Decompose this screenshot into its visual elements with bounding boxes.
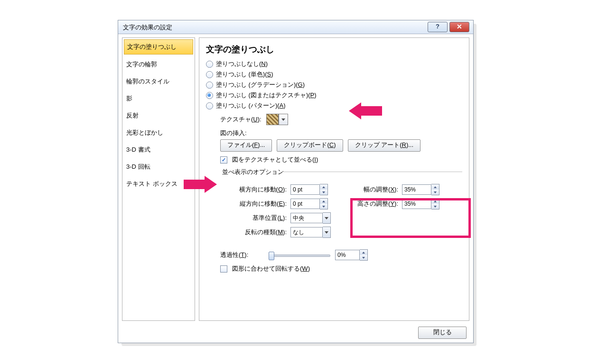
texture-label: テクスチャ(U): (220, 115, 262, 124)
close-dialog-button[interactable]: 閉じる (418, 327, 467, 339)
alignment-label: 基準位置(L): (220, 214, 290, 222)
sidebar-item-fill[interactable]: 文字の塗りつぶし (124, 39, 193, 55)
rotate-with-shape-label: 図形に合わせて回転する(W) (232, 264, 310, 273)
sidebar-item-shadow[interactable]: 影 (122, 90, 195, 107)
tile-as-texture-label: 図をテクスチャとして並べる(I) (232, 155, 318, 164)
sidebar-item-outline-style[interactable]: 輪郭のスタイル (122, 73, 195, 90)
texture-swatch (266, 114, 279, 125)
help-button[interactable]: ? (428, 22, 448, 32)
transparency-spinner[interactable] (360, 249, 368, 261)
alignment-dropdown[interactable] (323, 212, 331, 224)
sidebar-item-glow[interactable]: 光彩とぼかし (122, 124, 195, 141)
dialog-footer: 閉じる (118, 324, 473, 343)
transparency-slider[interactable] (269, 250, 330, 260)
mirror-type-select[interactable] (290, 227, 323, 237)
radio-solid-fill-label: 塗りつぶし (単色)(S) (216, 70, 273, 79)
content-panel: 文字の塗りつぶし 塗りつぶしなし(N) 塗りつぶし (単色)(S) 塗りつぶし … (199, 37, 469, 321)
offset-y-input[interactable] (290, 199, 320, 209)
insert-from-clipboard-button[interactable]: クリップボード(C) (277, 139, 343, 152)
alignment-select[interactable] (290, 213, 323, 223)
radio-gradient-fill[interactable] (206, 82, 213, 89)
scale-y-spinner[interactable] (431, 198, 439, 209)
scale-y-input[interactable] (402, 199, 431, 209)
sidebar-item-reflection[interactable]: 反射 (122, 107, 195, 124)
sidebar-item-outline[interactable]: 文字の輪郭 (122, 56, 195, 73)
radio-picture-fill-label: 塗りつぶし (図またはテクスチャ)(P) (216, 91, 317, 100)
sidebar-item-3d-rotation[interactable]: 3-D 回転 (122, 158, 195, 175)
close-button[interactable]: ✕ (449, 22, 469, 32)
texture-dropdown[interactable] (279, 114, 288, 125)
tile-as-texture-checkbox[interactable] (220, 156, 227, 164)
transparency-input[interactable] (335, 250, 360, 260)
radio-no-fill[interactable] (206, 61, 213, 68)
radio-gradient-fill-label: 塗りつぶし (グラデーション)(G) (216, 81, 305, 89)
panel-heading: 文字の塗りつぶし (206, 44, 462, 55)
offset-x-input[interactable] (290, 184, 320, 195)
insert-from-file-button[interactable]: ファイル(F)... (220, 139, 272, 152)
mirror-type-dropdown[interactable] (323, 227, 331, 238)
scale-x-label: 幅の調整(X): (341, 185, 402, 194)
transparency-label: 透過性(T): (220, 251, 264, 259)
offset-x-label: 横方向に移動(O): (220, 185, 290, 194)
scale-x-input[interactable] (402, 184, 431, 195)
radio-picture-fill[interactable] (206, 92, 213, 99)
tiling-options-fieldset: 並べ表示のオプション 横方向に移動(O): 縦方向に移動(E): (220, 168, 462, 241)
title-bar: 文字の効果の設定 ? ✕ (118, 20, 473, 34)
mirror-type-label: 反転の種類(M): (220, 228, 290, 237)
rotate-with-shape-checkbox[interactable] (220, 265, 227, 273)
insert-picture-label: 図の挿入: (220, 129, 247, 137)
offset-x-spinner[interactable] (320, 184, 328, 195)
radio-solid-fill[interactable] (206, 71, 213, 78)
window-title: 文字の効果の設定 (123, 23, 172, 32)
dialog-window: 文字の効果の設定 ? ✕ 文字の塗りつぶし 文字の輪郭 輪郭のスタイル 影 反射… (118, 20, 474, 343)
radio-pattern-fill-label: 塗りつぶし (パターン)(A) (216, 101, 286, 110)
radio-pattern-fill[interactable] (206, 102, 213, 109)
chevron-down-icon (281, 118, 285, 121)
insert-from-clipart-button[interactable]: クリップ アート(R)... (348, 139, 421, 152)
radio-no-fill-label: 塗りつぶしなし(N) (216, 60, 268, 68)
offset-y-label: 縦方向に移動(E): (220, 200, 290, 208)
sidebar-item-3d-format[interactable]: 3-D 書式 (122, 141, 195, 158)
scale-y-label: 高さの調整(Y): (341, 200, 402, 208)
sidebar: 文字の塗りつぶし 文字の輪郭 輪郭のスタイル 影 反射 光彩とぼかし 3-D 書… (122, 37, 195, 321)
sidebar-item-textbox[interactable]: テキスト ボックス (122, 175, 195, 192)
tiling-options-legend: 並べ表示のオプション (220, 168, 286, 176)
offset-y-spinner[interactable] (320, 198, 328, 209)
scale-x-spinner[interactable] (431, 184, 439, 195)
